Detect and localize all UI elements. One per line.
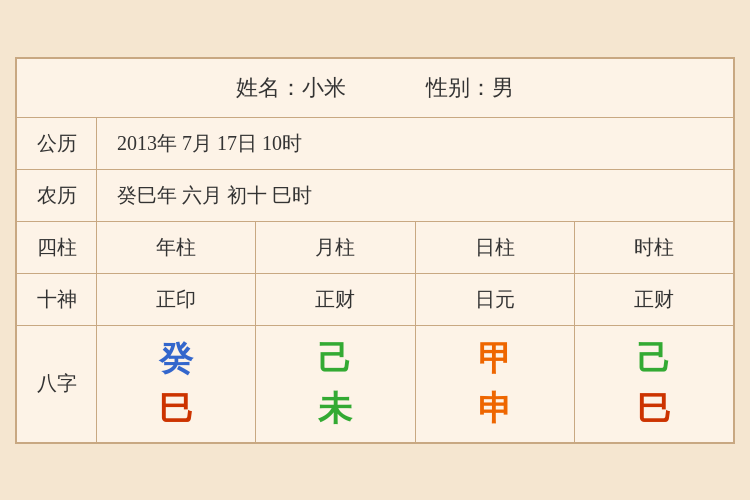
gender-label: 性别：男 xyxy=(426,73,514,103)
bazhi-month-bottom: 未 xyxy=(318,386,352,432)
month-col-label: 月柱 xyxy=(256,222,415,273)
bazhi-hour-bottom: 巳 xyxy=(637,386,671,432)
columns-label: 四柱 xyxy=(17,222,97,273)
bazhi-month-cell: 己 未 xyxy=(256,326,415,442)
name-label: 姓名：小米 xyxy=(236,73,346,103)
bazhi-year-top: 癸 xyxy=(159,336,193,382)
bazhi-row: 八字 癸 巳 己 未 甲 申 己 巳 xyxy=(17,326,733,442)
columns-row: 四柱 年柱 月柱 日柱 时柱 xyxy=(17,222,733,274)
bazhi-day-cell: 甲 申 xyxy=(416,326,575,442)
shishen-month: 正财 xyxy=(256,274,415,325)
day-col-label: 日柱 xyxy=(416,222,575,273)
gregorian-row: 公历 2013年 7月 17日 10时 xyxy=(17,118,733,170)
year-col-label: 年柱 xyxy=(97,222,256,273)
bazhi-month-top: 己 xyxy=(318,336,352,382)
hour-col-label: 时柱 xyxy=(575,222,733,273)
bazhi-year-bottom: 巳 xyxy=(159,386,193,432)
lunar-row: 农历 癸巳年 六月 初十 巳时 xyxy=(17,170,733,222)
shishen-row: 十神 正印 正财 日元 正财 xyxy=(17,274,733,326)
bazhi-day-bottom: 申 xyxy=(478,386,512,432)
header-row: 姓名：小米 性别：男 xyxy=(17,59,733,118)
bazhi-year-cell: 癸 巳 xyxy=(97,326,256,442)
shishen-day: 日元 xyxy=(416,274,575,325)
bazhi-day-top: 甲 xyxy=(478,336,512,382)
lunar-label: 农历 xyxy=(17,170,97,221)
gregorian-label: 公历 xyxy=(17,118,97,169)
main-container: 姓名：小米 性别：男 公历 2013年 7月 17日 10时 农历 癸巳年 六月… xyxy=(15,57,735,444)
shishen-label: 十神 xyxy=(17,274,97,325)
bazhi-hour-cell: 己 巳 xyxy=(575,326,733,442)
shishen-hour: 正财 xyxy=(575,274,733,325)
shishen-year: 正印 xyxy=(97,274,256,325)
gregorian-value: 2013年 7月 17日 10时 xyxy=(97,118,322,169)
bazhi-label: 八字 xyxy=(17,326,97,442)
lunar-value: 癸巳年 六月 初十 巳时 xyxy=(97,170,332,221)
bazhi-hour-top: 己 xyxy=(637,336,671,382)
